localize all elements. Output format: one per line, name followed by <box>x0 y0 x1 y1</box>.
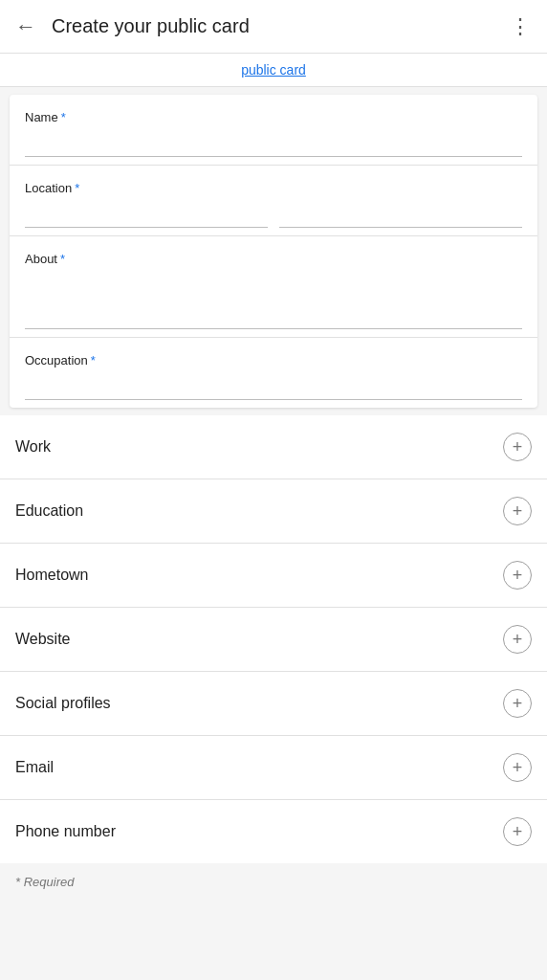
required-fields-card: Name * Location * About * Occupation * <box>10 95 537 408</box>
occupation-field-group: Occupation * <box>10 338 537 408</box>
expandable-item-social-profiles[interactable]: Social profiles+ <box>0 672 547 736</box>
about-field-group: About * <box>10 236 537 338</box>
name-input[interactable] <box>25 130 522 157</box>
expandable-label-email: Email <box>15 759 54 776</box>
name-field-group: Name * <box>10 95 537 166</box>
location-required-marker: * <box>75 181 79 195</box>
public-card-link[interactable]: public card <box>241 62 306 78</box>
header-left: ← Create your public card <box>15 15 250 37</box>
expandable-item-education[interactable]: Education+ <box>0 479 547 544</box>
about-label: About * <box>25 252 522 266</box>
required-note: * Required <box>0 863 547 904</box>
occupation-input[interactable] <box>25 373 522 400</box>
plus-icon-hometown[interactable]: + <box>503 561 532 590</box>
name-required-marker: * <box>61 110 66 124</box>
location-field-group: Location * <box>10 166 537 236</box>
location-inputs-row <box>25 201 522 228</box>
about-input[interactable] <box>25 272 522 329</box>
plus-icon-social-profiles[interactable]: + <box>503 689 532 718</box>
name-label: Name * <box>25 110 522 124</box>
occupation-label: Occupation * <box>25 353 522 368</box>
expandable-label-website: Website <box>15 631 71 648</box>
expandable-item-hometown[interactable]: Hometown+ <box>0 544 547 608</box>
occupation-required-marker: * <box>91 353 96 368</box>
app-header: ← Create your public card ⋮ <box>0 0 547 54</box>
more-options-button[interactable]: ⋮ <box>510 14 532 39</box>
page-title: Create your public card <box>52 15 250 37</box>
plus-icon-phone-number[interactable]: + <box>503 817 532 846</box>
location-label: Location * <box>25 181 522 195</box>
plus-icon-education[interactable]: + <box>503 497 532 525</box>
expandable-label-work: Work <box>15 438 51 456</box>
plus-icon-website[interactable]: + <box>503 625 532 654</box>
about-required-marker: * <box>60 252 65 266</box>
expandable-label-social-profiles: Social profiles <box>15 695 111 712</box>
back-button[interactable]: ← <box>15 16 36 37</box>
location-country-input[interactable] <box>279 201 522 228</box>
expandable-label-hometown: Hometown <box>15 567 88 584</box>
expandable-label-phone-number: Phone number <box>15 823 116 840</box>
expandable-item-email[interactable]: Email+ <box>0 736 547 800</box>
top-link-bar: public card <box>0 54 547 87</box>
plus-icon-email[interactable]: + <box>503 753 532 782</box>
location-city-input[interactable] <box>25 201 268 228</box>
expandable-item-website[interactable]: Website+ <box>0 608 547 672</box>
expandable-label-education: Education <box>15 502 83 520</box>
expandable-item-work[interactable]: Work+ <box>0 415 547 479</box>
expandable-sections-list: Work+Education+Hometown+Website+Social p… <box>0 415 547 863</box>
expandable-item-phone-number[interactable]: Phone number+ <box>0 800 547 863</box>
plus-icon-work[interactable]: + <box>503 433 532 461</box>
